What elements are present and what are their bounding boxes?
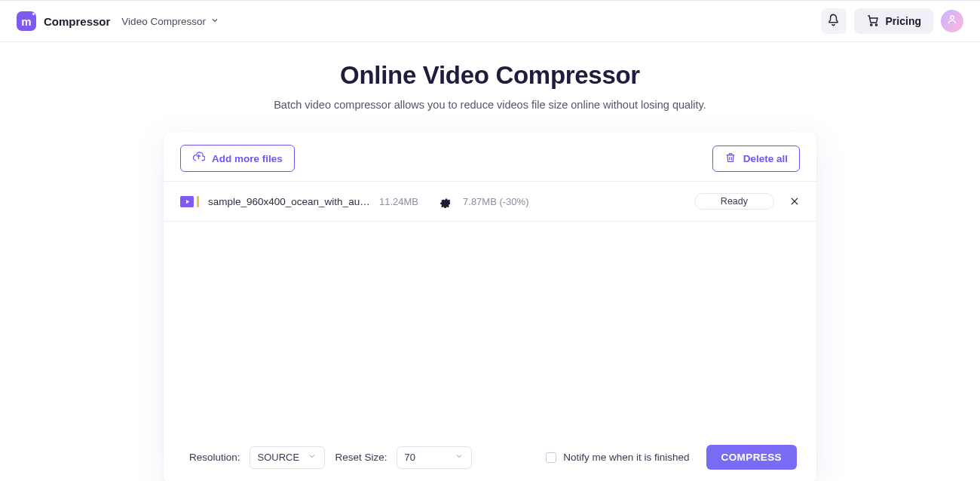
compressed-size: 7.87MB (-30%) [463,196,528,207]
notify-label: Notify me when it is finished [563,452,689,463]
header-right: Pricing [821,8,963,34]
add-more-files-button[interactable]: Add more files [180,145,295,172]
page-subtitle: Batch video compressor allows you to red… [0,99,980,111]
pricing-label: Pricing [886,15,921,27]
brand-logo-icon: m [17,11,36,31]
cart-icon [866,14,880,29]
notifications-button[interactable] [821,8,847,34]
user-icon [946,14,958,29]
card-footer: Resolution: SOURCE Reset Size: 70 Notify… [164,434,816,481]
reset-size-label: Reset Size: [335,452,387,463]
upload-cloud-icon [192,151,205,166]
resolution-value: SOURCE [258,452,300,463]
card-toolbar: Add more files Delete all [164,132,816,181]
compress-label: COMPRESS [721,452,782,463]
trash-icon [724,152,737,166]
remove-file-button[interactable] [789,196,800,207]
compressor-card: Add more files Delete all sample_960x400… [164,132,816,481]
reset-size-select[interactable]: 70 [397,446,472,469]
brand[interactable]: m Compressor [17,11,110,31]
resolution-select[interactable]: SOURCE [250,446,325,469]
pricing-button[interactable]: Pricing [854,8,933,34]
resolution-label: Resolution: [189,452,240,463]
add-more-files-label: Add more files [212,153,283,164]
chevron-down-icon [308,452,317,463]
svg-point-0 [870,23,871,25]
checkbox-icon [546,452,556,463]
film-strip-icon [197,196,199,207]
app-header: m Compressor Video Compressor Pricing [0,1,980,42]
avatar[interactable] [941,10,963,32]
svg-point-1 [875,23,877,25]
file-name: sample_960x400_ocean_with_audio (2).... [208,196,370,207]
file-row: sample_960x400_ocean_with_audio (2).... … [164,182,816,222]
status-badge: Ready [694,193,774,210]
compress-button[interactable]: COMPRESS [706,445,797,470]
file-settings-button[interactable] [439,195,452,208]
nav-video-compressor[interactable]: Video Compressor [121,16,219,27]
chevron-down-icon [455,452,464,463]
reset-size-value: 70 [405,452,415,463]
video-file-icon [180,196,194,207]
svg-point-2 [951,16,954,20]
bell-icon [826,13,841,30]
page-title: Online Video Compressor [0,61,980,90]
nav-label: Video Compressor [121,16,206,27]
main: Online Video Compressor Batch video comp… [0,42,980,481]
file-list-empty-area [164,222,816,434]
delete-all-button[interactable]: Delete all [712,146,800,172]
chevron-down-icon [210,16,219,27]
brand-name: Compressor [44,15,110,28]
delete-all-label: Delete all [743,153,788,164]
notify-checkbox[interactable]: Notify me when it is finished [546,452,689,463]
original-size: 11.24MB [379,196,418,207]
